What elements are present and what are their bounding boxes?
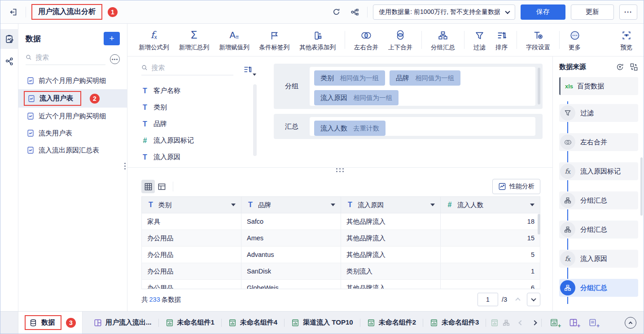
column-header[interactable]: T品牌 xyxy=(241,197,341,213)
field-item[interactable]: T流入原因 xyxy=(141,149,260,165)
collapse-panel-button[interactable] xyxy=(625,317,636,329)
sidebar-resize-handle[interactable] xyxy=(124,163,126,169)
table-list-item[interactable]: 流失用户表 xyxy=(18,125,127,142)
column-menu-caret-icon[interactable] xyxy=(530,204,534,206)
component-tab[interactable]: 未命名组件1 xyxy=(159,318,221,327)
step-formula[interactable]: fx 流入原因 xyxy=(559,250,638,268)
field-search-input[interactable] xyxy=(151,64,233,71)
step-filter[interactable]: 过滤 xyxy=(559,104,638,122)
field-sort-button[interactable] xyxy=(243,65,252,74)
add-dashboard-button[interactable]: + xyxy=(569,318,578,327)
field-item[interactable]: T品牌 xyxy=(141,116,260,132)
plus-icon: + xyxy=(596,322,600,329)
lineage-button[interactable] xyxy=(348,5,362,19)
table-list-item[interactable]: 流入流出原因汇总表 xyxy=(18,142,127,159)
column-menu-caret-icon[interactable] xyxy=(331,204,335,206)
column-menu-caret-icon[interactable] xyxy=(231,204,236,206)
toolbar-summary-column[interactable]: Σ 新增汇总列 xyxy=(174,29,215,52)
history-icon xyxy=(616,63,624,71)
toolbar-add-column-from-table[interactable]: 其他表添加列 xyxy=(294,29,341,52)
component-tab[interactable]: 未命名组件2 xyxy=(360,318,423,327)
datasource-card[interactable]: xls 百货数据 xyxy=(559,77,638,95)
step-merge[interactable]: 左右合并 xyxy=(559,133,638,151)
merge-lr-icon xyxy=(361,29,372,40)
field-search-field[interactable] xyxy=(141,64,233,75)
dropdown-caret-icon xyxy=(253,74,256,76)
page-input[interactable] xyxy=(478,293,498,306)
column-header[interactable]: #流入人数 xyxy=(441,197,540,213)
analysis-title[interactable]: 用户流入流出分析 xyxy=(31,4,102,20)
add-table-button[interactable]: + xyxy=(104,32,120,45)
step-group-summary[interactable]: 分组汇总 xyxy=(559,221,638,239)
table-list-item[interactable]: 前六个月用户购买明细 xyxy=(18,72,127,89)
search-field[interactable] xyxy=(26,53,105,65)
splitter-drag-handle[interactable] xyxy=(336,168,344,172)
toolbar-filter[interactable]: 过滤 xyxy=(469,29,491,52)
more-button[interactable]: ··· xyxy=(619,4,637,20)
field-item[interactable]: #流入原因标记 xyxy=(141,132,260,149)
add-report-button[interactable]: + xyxy=(588,318,597,327)
table-list-item[interactable]: 近六个月用户购买明细 xyxy=(18,108,127,125)
toolbar-field-settings[interactable]: 字段设置 xyxy=(521,29,555,52)
compare-swap-button[interactable] xyxy=(630,63,638,71)
flow-branch-icon xyxy=(350,8,359,17)
field-list-scrollbar[interactable] xyxy=(253,84,257,156)
column-header[interactable]: T流入原因 xyxy=(341,197,441,213)
page-total: /3 xyxy=(502,296,507,303)
toolbar-merge-left-right[interactable]: 左右合并 xyxy=(349,29,383,52)
row-count-suffix: 条数据 xyxy=(162,295,181,304)
scroll-tabs-left-button[interactable] xyxy=(514,321,528,325)
step-group-summary[interactable]: 分组汇总 xyxy=(559,191,638,209)
group-chip[interactable]: 流入原因相同值为一组 xyxy=(314,90,399,105)
step-formula[interactable]: fx 流入原因标记 xyxy=(559,162,638,180)
chevron-up-icon xyxy=(629,321,632,325)
text-field-icon: T xyxy=(147,201,154,209)
toolbar-group-summary[interactable]: 分组汇总 xyxy=(426,29,460,52)
component-tab[interactable]: 渠道流入 TOP10 xyxy=(285,318,359,327)
data-tab-active[interactable]: 数据 3 xyxy=(18,312,83,334)
toolbar-condition-tag-column[interactable]: 条件标签列 xyxy=(254,29,295,52)
search-options-icon[interactable]: ••• xyxy=(110,54,120,64)
group-chip[interactable]: 品牌相同值为一组 xyxy=(390,70,460,86)
column-header[interactable]: T类别 xyxy=(142,197,241,213)
toolbar-merge-top-bottom[interactable]: 上下合并 xyxy=(383,29,417,52)
group-area-scrollbar[interactable] xyxy=(538,68,540,104)
toolbar-more[interactable]: 更多 xyxy=(564,29,586,52)
chevron-up-icon xyxy=(515,298,520,303)
table-view-toggle[interactable] xyxy=(155,180,168,193)
group-chip[interactable]: 类别相同值为一组 xyxy=(314,70,385,86)
table-scrollbar[interactable] xyxy=(538,214,540,234)
field-item[interactable]: T类别 xyxy=(141,99,260,116)
rail-edit-table-button[interactable] xyxy=(0,29,18,49)
horizontal-splitter[interactable] xyxy=(127,167,552,173)
summary-chip[interactable]: 流入人数去重计数 xyxy=(314,121,386,136)
datasource-scrollbar[interactable] xyxy=(640,157,643,216)
update-button[interactable]: 更新 xyxy=(571,4,614,20)
refresh-button[interactable] xyxy=(329,5,343,19)
save-button[interactable]: 保存 xyxy=(521,4,565,20)
tutorial-highlight-box: 流入用户表 xyxy=(24,91,81,106)
toolbar-formula-column[interactable]: fx 新增公式列 xyxy=(134,29,174,52)
data-limit-dropdown[interactable]: 使用数据量: 前1000万行, 暂不支持全量数据 xyxy=(373,4,515,20)
history-button[interactable] xyxy=(616,63,624,71)
sidebar-search-input[interactable] xyxy=(35,53,105,61)
field-item[interactable]: T客户名称 xyxy=(141,82,260,99)
previous-page-button[interactable] xyxy=(512,293,524,306)
exit-button[interactable] xyxy=(7,5,20,19)
component-tab[interactable]: 未命名组件4 xyxy=(222,318,284,327)
field-settings-icon xyxy=(533,29,543,40)
toolbar-preview[interactable]: 预览 xyxy=(615,29,637,52)
performance-analysis-button[interactable]: 性能分析 xyxy=(492,179,540,194)
toolbar-assign-column[interactable]: A= 新增赋值列 xyxy=(214,29,254,52)
dashboard-tab[interactable]: 用户流入流出... xyxy=(87,318,158,327)
toolbar-sort[interactable]: 排序 xyxy=(491,29,513,52)
table-list-item-selected[interactable]: 流入用户表 2 xyxy=(18,89,127,108)
column-menu-caret-icon[interactable] xyxy=(430,204,435,206)
component-tab[interactable]: 未命名组件3 xyxy=(423,318,486,327)
scroll-tabs-right-button[interactable] xyxy=(528,321,541,325)
add-component-button[interactable]: + xyxy=(550,318,558,327)
next-page-button[interactable] xyxy=(527,293,540,306)
grid-view-toggle[interactable] xyxy=(141,180,155,193)
rail-flow-button[interactable] xyxy=(0,52,18,71)
step-group-summary-selected[interactable]: 分组汇总 xyxy=(559,279,638,297)
